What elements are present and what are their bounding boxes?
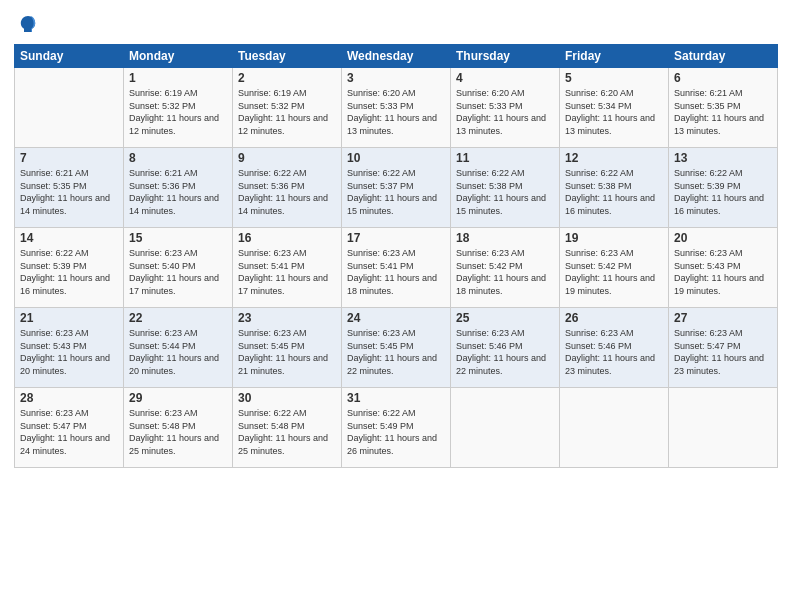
day-number: 5 bbox=[565, 71, 663, 85]
day-info: Sunrise: 6:23 AMSunset: 5:43 PMDaylight:… bbox=[674, 247, 772, 297]
calendar-cell: 7Sunrise: 6:21 AMSunset: 5:35 PMDaylight… bbox=[15, 148, 124, 228]
day-number: 25 bbox=[456, 311, 554, 325]
day-number: 27 bbox=[674, 311, 772, 325]
day-number: 29 bbox=[129, 391, 227, 405]
calendar-cell bbox=[15, 68, 124, 148]
day-info: Sunrise: 6:23 AMSunset: 5:47 PMDaylight:… bbox=[20, 407, 118, 457]
calendar-cell: 19Sunrise: 6:23 AMSunset: 5:42 PMDayligh… bbox=[560, 228, 669, 308]
calendar-cell: 18Sunrise: 6:23 AMSunset: 5:42 PMDayligh… bbox=[451, 228, 560, 308]
weekday-header-row: SundayMondayTuesdayWednesdayThursdayFrid… bbox=[15, 45, 778, 68]
calendar-cell: 9Sunrise: 6:22 AMSunset: 5:36 PMDaylight… bbox=[233, 148, 342, 228]
calendar-cell: 25Sunrise: 6:23 AMSunset: 5:46 PMDayligh… bbox=[451, 308, 560, 388]
calendar-cell: 17Sunrise: 6:23 AMSunset: 5:41 PMDayligh… bbox=[342, 228, 451, 308]
weekday-header-friday: Friday bbox=[560, 45, 669, 68]
day-info: Sunrise: 6:22 AMSunset: 5:38 PMDaylight:… bbox=[565, 167, 663, 217]
calendar-cell: 20Sunrise: 6:23 AMSunset: 5:43 PMDayligh… bbox=[669, 228, 778, 308]
calendar-cell: 15Sunrise: 6:23 AMSunset: 5:40 PMDayligh… bbox=[124, 228, 233, 308]
day-info: Sunrise: 6:23 AMSunset: 5:40 PMDaylight:… bbox=[129, 247, 227, 297]
day-info: Sunrise: 6:22 AMSunset: 5:49 PMDaylight:… bbox=[347, 407, 445, 457]
day-info: Sunrise: 6:19 AMSunset: 5:32 PMDaylight:… bbox=[238, 87, 336, 137]
day-info: Sunrise: 6:22 AMSunset: 5:48 PMDaylight:… bbox=[238, 407, 336, 457]
calendar-cell: 14Sunrise: 6:22 AMSunset: 5:39 PMDayligh… bbox=[15, 228, 124, 308]
day-number: 17 bbox=[347, 231, 445, 245]
calendar-cell bbox=[451, 388, 560, 468]
day-number: 28 bbox=[20, 391, 118, 405]
calendar-table: SundayMondayTuesdayWednesdayThursdayFrid… bbox=[14, 44, 778, 468]
calendar-cell: 24Sunrise: 6:23 AMSunset: 5:45 PMDayligh… bbox=[342, 308, 451, 388]
day-info: Sunrise: 6:21 AMSunset: 5:35 PMDaylight:… bbox=[20, 167, 118, 217]
week-row-1: 1Sunrise: 6:19 AMSunset: 5:32 PMDaylight… bbox=[15, 68, 778, 148]
day-info: Sunrise: 6:21 AMSunset: 5:35 PMDaylight:… bbox=[674, 87, 772, 137]
day-info: Sunrise: 6:23 AMSunset: 5:46 PMDaylight:… bbox=[565, 327, 663, 377]
calendar-cell: 8Sunrise: 6:21 AMSunset: 5:36 PMDaylight… bbox=[124, 148, 233, 228]
day-number: 16 bbox=[238, 231, 336, 245]
day-number: 8 bbox=[129, 151, 227, 165]
day-number: 31 bbox=[347, 391, 445, 405]
day-number: 24 bbox=[347, 311, 445, 325]
day-info: Sunrise: 6:23 AMSunset: 5:42 PMDaylight:… bbox=[565, 247, 663, 297]
day-info: Sunrise: 6:22 AMSunset: 5:39 PMDaylight:… bbox=[20, 247, 118, 297]
day-info: Sunrise: 6:23 AMSunset: 5:48 PMDaylight:… bbox=[129, 407, 227, 457]
week-row-5: 28Sunrise: 6:23 AMSunset: 5:47 PMDayligh… bbox=[15, 388, 778, 468]
day-number: 22 bbox=[129, 311, 227, 325]
day-info: Sunrise: 6:20 AMSunset: 5:33 PMDaylight:… bbox=[456, 87, 554, 137]
day-info: Sunrise: 6:20 AMSunset: 5:34 PMDaylight:… bbox=[565, 87, 663, 137]
weekday-header-thursday: Thursday bbox=[451, 45, 560, 68]
calendar-cell: 1Sunrise: 6:19 AMSunset: 5:32 PMDaylight… bbox=[124, 68, 233, 148]
day-info: Sunrise: 6:23 AMSunset: 5:42 PMDaylight:… bbox=[456, 247, 554, 297]
calendar-cell bbox=[669, 388, 778, 468]
day-info: Sunrise: 6:23 AMSunset: 5:47 PMDaylight:… bbox=[674, 327, 772, 377]
day-info: Sunrise: 6:19 AMSunset: 5:32 PMDaylight:… bbox=[129, 87, 227, 137]
logo-icon bbox=[16, 12, 40, 36]
weekday-header-sunday: Sunday bbox=[15, 45, 124, 68]
calendar-container: SundayMondayTuesdayWednesdayThursdayFrid… bbox=[0, 0, 792, 612]
calendar-cell bbox=[560, 388, 669, 468]
calendar-cell: 23Sunrise: 6:23 AMSunset: 5:45 PMDayligh… bbox=[233, 308, 342, 388]
calendar-cell: 28Sunrise: 6:23 AMSunset: 5:47 PMDayligh… bbox=[15, 388, 124, 468]
day-number: 18 bbox=[456, 231, 554, 245]
weekday-header-tuesday: Tuesday bbox=[233, 45, 342, 68]
day-number: 26 bbox=[565, 311, 663, 325]
weekday-header-wednesday: Wednesday bbox=[342, 45, 451, 68]
day-info: Sunrise: 6:21 AMSunset: 5:36 PMDaylight:… bbox=[129, 167, 227, 217]
day-info: Sunrise: 6:22 AMSunset: 5:37 PMDaylight:… bbox=[347, 167, 445, 217]
calendar-cell: 5Sunrise: 6:20 AMSunset: 5:34 PMDaylight… bbox=[560, 68, 669, 148]
day-number: 9 bbox=[238, 151, 336, 165]
calendar-cell: 11Sunrise: 6:22 AMSunset: 5:38 PMDayligh… bbox=[451, 148, 560, 228]
day-info: Sunrise: 6:20 AMSunset: 5:33 PMDaylight:… bbox=[347, 87, 445, 137]
day-info: Sunrise: 6:22 AMSunset: 5:39 PMDaylight:… bbox=[674, 167, 772, 217]
day-info: Sunrise: 6:23 AMSunset: 5:45 PMDaylight:… bbox=[347, 327, 445, 377]
calendar-cell: 12Sunrise: 6:22 AMSunset: 5:38 PMDayligh… bbox=[560, 148, 669, 228]
logo bbox=[14, 12, 42, 36]
day-info: Sunrise: 6:23 AMSunset: 5:44 PMDaylight:… bbox=[129, 327, 227, 377]
calendar-cell: 13Sunrise: 6:22 AMSunset: 5:39 PMDayligh… bbox=[669, 148, 778, 228]
calendar-cell: 3Sunrise: 6:20 AMSunset: 5:33 PMDaylight… bbox=[342, 68, 451, 148]
calendar-cell: 26Sunrise: 6:23 AMSunset: 5:46 PMDayligh… bbox=[560, 308, 669, 388]
calendar-cell: 29Sunrise: 6:23 AMSunset: 5:48 PMDayligh… bbox=[124, 388, 233, 468]
calendar-cell: 27Sunrise: 6:23 AMSunset: 5:47 PMDayligh… bbox=[669, 308, 778, 388]
calendar-cell: 31Sunrise: 6:22 AMSunset: 5:49 PMDayligh… bbox=[342, 388, 451, 468]
calendar-cell: 6Sunrise: 6:21 AMSunset: 5:35 PMDaylight… bbox=[669, 68, 778, 148]
day-number: 15 bbox=[129, 231, 227, 245]
calendar-cell: 22Sunrise: 6:23 AMSunset: 5:44 PMDayligh… bbox=[124, 308, 233, 388]
day-number: 6 bbox=[674, 71, 772, 85]
day-info: Sunrise: 6:23 AMSunset: 5:41 PMDaylight:… bbox=[238, 247, 336, 297]
calendar-cell: 10Sunrise: 6:22 AMSunset: 5:37 PMDayligh… bbox=[342, 148, 451, 228]
day-number: 13 bbox=[674, 151, 772, 165]
day-number: 30 bbox=[238, 391, 336, 405]
day-info: Sunrise: 6:23 AMSunset: 5:46 PMDaylight:… bbox=[456, 327, 554, 377]
week-row-2: 7Sunrise: 6:21 AMSunset: 5:35 PMDaylight… bbox=[15, 148, 778, 228]
calendar-cell: 21Sunrise: 6:23 AMSunset: 5:43 PMDayligh… bbox=[15, 308, 124, 388]
week-row-4: 21Sunrise: 6:23 AMSunset: 5:43 PMDayligh… bbox=[15, 308, 778, 388]
day-number: 12 bbox=[565, 151, 663, 165]
day-number: 20 bbox=[674, 231, 772, 245]
calendar-cell: 2Sunrise: 6:19 AMSunset: 5:32 PMDaylight… bbox=[233, 68, 342, 148]
day-number: 10 bbox=[347, 151, 445, 165]
calendar-cell: 30Sunrise: 6:22 AMSunset: 5:48 PMDayligh… bbox=[233, 388, 342, 468]
day-number: 19 bbox=[565, 231, 663, 245]
header bbox=[14, 12, 778, 36]
weekday-header-monday: Monday bbox=[124, 45, 233, 68]
day-info: Sunrise: 6:23 AMSunset: 5:41 PMDaylight:… bbox=[347, 247, 445, 297]
day-info: Sunrise: 6:23 AMSunset: 5:43 PMDaylight:… bbox=[20, 327, 118, 377]
day-number: 23 bbox=[238, 311, 336, 325]
